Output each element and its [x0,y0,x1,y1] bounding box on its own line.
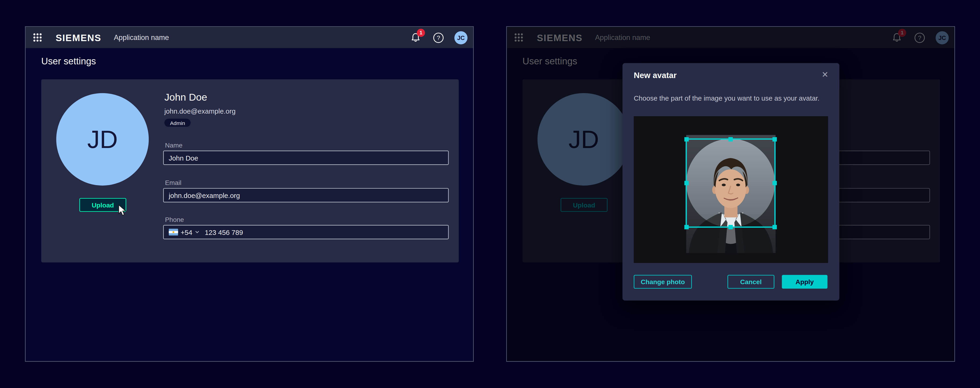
svg-text:?: ? [437,34,440,41]
screenshot-canvas: SIEMENS Application name 1 ? JC User set… [0,0,980,388]
role-badge: Admin [164,119,191,127]
siemens-logo: SIEMENS [56,32,101,43]
phone-field-label: Phone [165,216,184,223]
email-field-label: Email [165,179,181,186]
email-input-value: john.doe@example.org [169,191,240,199]
name-field-label: Name [165,141,182,149]
app-switcher-grid-icon[interactable] [33,33,43,43]
profile-avatar: JD [56,93,149,186]
change-photo-button[interactable]: Change photo [634,275,692,289]
apply-button[interactable]: Apply [782,275,827,289]
notification-badge: 1 [417,29,425,37]
modal-description: Choose the part of the image you want to… [634,94,820,103]
application-name: Application name [114,34,169,41]
chevron-down-icon [195,231,199,234]
user-settings-window: SIEMENS Application name 1 ? JC User set… [25,26,474,362]
phone-dial-code: +54 [181,228,192,236]
upload-button[interactable]: Upload [80,198,126,211]
user-avatar[interactable]: JC [455,31,468,44]
crop-handles [684,137,777,229]
avatar-crop-area[interactable] [634,116,828,263]
user-settings-card: JD Upload John Doe john.doe@example.org … [41,80,459,262]
help-icon[interactable]: ? [433,32,444,43]
name-input[interactable]: John Doe [163,151,449,165]
name-input-value: John Doe [169,154,198,161]
page-title: User settings [41,56,96,66]
profile-display-name: John Doe [164,92,207,103]
profile-email: john.doe@example.org [164,108,235,115]
phone-country-selector[interactable]: +54 [169,228,199,236]
email-input[interactable]: john.doe@example.org [163,188,449,202]
notifications-button[interactable]: 1 [410,33,420,43]
new-avatar-modal: New avatar ✕ Choose the part of the imag… [622,63,839,301]
crop-selection[interactable] [634,116,828,263]
modal-title: New avatar [634,71,677,80]
close-icon[interactable]: ✕ [818,67,833,82]
phone-input-value: 123 456 789 [205,228,243,236]
user-settings-window-with-modal: SIEMENS Application name 1 ? JC User set… [506,26,955,362]
phone-input[interactable]: +54 123 456 789 [163,225,449,239]
argentina-flag-icon [169,229,178,235]
cancel-button[interactable]: Cancel [727,275,775,289]
app-header: SIEMENS Application name 1 ? JC [25,27,473,48]
